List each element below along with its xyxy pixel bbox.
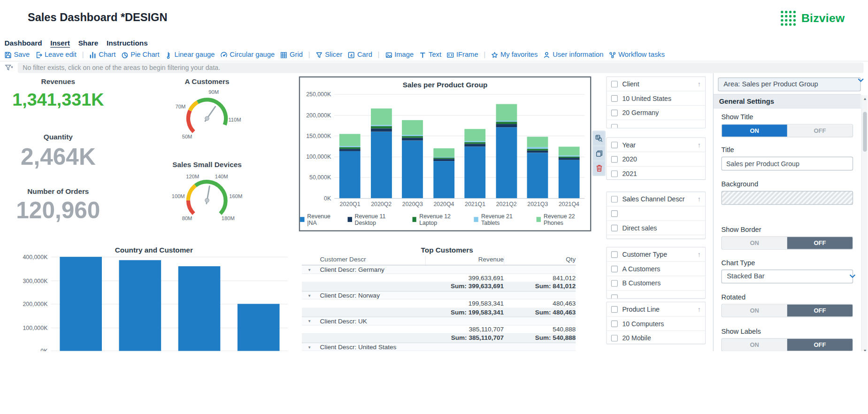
slicer-item-partial[interactable] <box>607 235 705 239</box>
bar[interactable] <box>60 257 102 351</box>
checkbox[interactable] <box>611 196 618 202</box>
bar-column[interactable]: 2021Q3 <box>522 94 553 198</box>
bar[interactable] <box>119 261 161 351</box>
toggle-on-button[interactable]: ON <box>722 305 787 317</box>
menu-share[interactable]: Share <box>78 39 99 49</box>
sort-icon[interactable]: ↑ <box>698 251 701 259</box>
menu-dashboard[interactable]: Dashboard <box>4 39 42 49</box>
bar-column[interactable]: 2021Q4 <box>553 94 585 198</box>
legend-item[interactable]: Revenue 11 Desktop <box>347 213 402 226</box>
sales-per-product-group-chart[interactable]: Sales per Product Group 0K50,000K100,000… <box>299 77 591 231</box>
checkbox[interactable] <box>611 124 618 129</box>
toggle-off-button[interactable]: OFF <box>787 237 853 249</box>
bar-segment[interactable] <box>371 131 392 198</box>
user-information-button[interactable]: User information <box>543 51 603 59</box>
toggle-off-button[interactable]: OFF <box>787 339 853 351</box>
bar-segment[interactable] <box>371 108 392 125</box>
chart-type-dropdown[interactable]: Stacked Bar <box>721 269 853 283</box>
section-general-settings[interactable]: General Settings <box>714 94 861 108</box>
scroll-up-icon[interactable]: ▲ <box>862 97 868 100</box>
title-input[interactable] <box>721 157 853 170</box>
table-row[interactable]: ▾Client Descr: UK <box>302 317 576 325</box>
linear-gauge-button[interactable]: Linear gauge <box>165 51 215 59</box>
bar-segment[interactable] <box>402 120 423 135</box>
bar-segment[interactable] <box>559 160 580 199</box>
bar-segment[interactable] <box>465 146 486 198</box>
stacked-bar[interactable] <box>371 108 392 199</box>
bar-column[interactable]: Germany <box>51 257 110 351</box>
image-button[interactable]: Image <box>385 51 414 59</box>
stacked-bar[interactable] <box>433 148 454 198</box>
a-customers-gauge[interactable]: 50M 70M 90M 110M <box>168 84 246 146</box>
checkbox[interactable] <box>611 224 618 231</box>
slicer-item[interactable]: 2021 <box>607 166 705 180</box>
checkbox[interactable] <box>611 280 618 286</box>
menu-instructions[interactable]: Instructions <box>107 39 148 49</box>
slicer-header[interactable]: Sales Channel Descr↑ <box>607 192 705 206</box>
toggle-on-button[interactable]: ON <box>722 339 787 351</box>
bar-column[interactable]: 2020Q3 <box>397 94 428 198</box>
table-row[interactable]: 399,633,691841,012 <box>302 274 576 282</box>
checkbox[interactable] <box>611 239 618 239</box>
stacked-bar[interactable] <box>402 120 423 198</box>
checkbox[interactable] <box>611 306 618 313</box>
bar-segment[interactable] <box>527 137 548 147</box>
revenues-value[interactable]: 1,341,331K <box>0 90 116 110</box>
legend-item[interactable]: Revenue 21 Tablets <box>474 213 527 226</box>
table-row[interactable]: ▾Client Descr: Germany <box>302 265 576 274</box>
slicer-item-partial[interactable] <box>607 120 705 129</box>
checkbox[interactable] <box>611 294 618 299</box>
table-row[interactable]: ▾Client Descr: Norway <box>302 291 576 299</box>
bar-segment[interactable] <box>496 127 517 198</box>
sort-icon[interactable]: ↑ <box>698 195 701 203</box>
table-row[interactable]: 385,110,707540,888 <box>302 325 576 334</box>
legend-item[interactable]: Revenue |NA <box>300 213 338 226</box>
slicer-header[interactable]: Customer Type↑ <box>607 247 705 261</box>
bar-column[interactable]: UK <box>110 257 169 351</box>
slicer-item[interactable]: A Customers <box>607 261 705 276</box>
toggle-on-button[interactable]: ON <box>722 124 787 137</box>
collapse-caret-icon[interactable]: ▾ <box>308 343 311 351</box>
filter-clear-icon[interactable] <box>4 64 13 72</box>
sort-icon[interactable]: ↑ <box>698 305 701 313</box>
sort-icon[interactable]: ↑ <box>698 80 701 88</box>
properties-scrollbar[interactable]: ▲ ▼ <box>861 95 868 351</box>
stacked-bar[interactable] <box>496 104 517 198</box>
checkbox[interactable] <box>611 320 618 327</box>
slicer-header[interactable]: Year↑ <box>607 138 705 152</box>
slicer-item[interactable]: Direct sales <box>607 220 705 235</box>
slicer-item-partial[interactable] <box>607 290 705 299</box>
slicer-button[interactable]: Slicer <box>315 51 342 59</box>
toggle-on-button[interactable]: ON <box>722 237 787 249</box>
slicer-item[interactable]: 10 Computers <box>607 316 705 330</box>
leave-edit-button[interactable]: Leave edit <box>35 51 77 59</box>
table-row[interactable]: 199,583,341480,463 <box>302 299 576 308</box>
iframe-button[interactable]: IFrame <box>447 51 478 59</box>
copy-widget-button[interactable] <box>593 146 605 160</box>
slicer-header[interactable]: Product Line↑ <box>607 302 705 316</box>
orders-value[interactable]: 120,960 <box>0 197 116 224</box>
stacked-bar[interactable] <box>339 134 361 199</box>
bar-column[interactable]: 2021Q2 <box>491 94 522 198</box>
slicer-item[interactable]: 10 United States <box>607 91 705 105</box>
bar-column[interactable]: United States <box>169 257 229 351</box>
card-button[interactable]: 4 Card <box>348 51 372 59</box>
chart-button[interactable]: Chart <box>89 51 115 59</box>
sort-icon[interactable]: ↑ <box>698 141 701 149</box>
grid-button[interactable]: Grid <box>280 51 303 59</box>
text-button[interactable]: Text <box>419 51 441 59</box>
pie-chart-button[interactable]: Pie Chart <box>121 51 159 59</box>
column-header[interactable]: Qty <box>504 256 576 265</box>
bar-segment[interactable] <box>527 153 548 198</box>
toggle-off-button[interactable]: OFF <box>787 305 853 317</box>
bar-segment[interactable] <box>559 147 580 156</box>
scrollbar-thumb[interactable] <box>863 112 867 152</box>
bar-segment[interactable] <box>339 151 361 198</box>
bar-segment[interactable] <box>496 124 517 127</box>
table-row[interactable]: Sum: 385,110,707Sum: 540,888 <box>302 334 576 342</box>
background-swatch[interactable] <box>721 191 853 205</box>
bar-column[interactable]: 2020Q2 <box>366 94 397 198</box>
inspect-data-button[interactable] <box>593 132 605 145</box>
bar-segment[interactable] <box>402 140 423 198</box>
table-row[interactable]: Sum: 199,583,341Sum: 480,463 <box>302 308 576 316</box>
